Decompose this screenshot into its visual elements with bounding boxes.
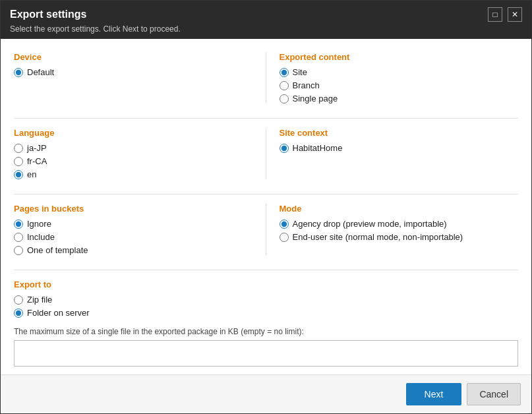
device-radio-group: Default: [14, 67, 259, 77]
mode-label-agency-drop: Agency drop (preview mode, importable): [293, 219, 447, 229]
export-to-section: Export to Zip file Folder on server: [14, 280, 518, 318]
maximize-button[interactable]: □: [488, 7, 502, 22]
mode-option-agency-drop[interactable]: Agency drop (preview mode, importable): [280, 219, 519, 229]
file-size-section: The maximum size of a single file in the…: [14, 327, 518, 367]
language-radio-en[interactable]: [14, 170, 23, 179]
pages-in-buckets-radio-group: Ignore Include One of template: [14, 219, 259, 255]
pages-in-buckets-radio-ignore[interactable]: [14, 220, 23, 229]
export-to-title: Export to: [14, 280, 518, 289]
pages-in-buckets-option-one-of-template[interactable]: One of template: [14, 245, 259, 255]
device-option-default[interactable]: Default: [14, 67, 259, 77]
export-to-option-folder-on-server[interactable]: Folder on server: [14, 308, 518, 318]
site-context-title: Site context: [280, 128, 519, 138]
language-title: Language: [14, 128, 259, 138]
exported-content-option-branch[interactable]: Branch: [280, 80, 519, 90]
mode-section: Mode Agency drop (preview mode, importab…: [266, 204, 519, 255]
language-label-ja-jp: ja-JP: [27, 143, 47, 153]
exported-content-title: Exported content: [280, 52, 519, 62]
exported-content-radio-branch[interactable]: [280, 81, 289, 90]
language-option-en[interactable]: en: [14, 169, 259, 179]
pages-in-buckets-option-ignore[interactable]: Ignore: [14, 219, 259, 229]
exported-content-label-single-page: Single page: [293, 94, 338, 104]
pages-in-buckets-title: Pages in buckets: [14, 204, 259, 214]
dialog-footer: Next Cancel: [1, 374, 531, 413]
file-size-input[interactable]: [14, 340, 518, 367]
export-settings-dialog: Export settings □ ✕ Select the export se…: [0, 0, 532, 414]
device-section: Device Default: [14, 52, 266, 104]
site-context-option-habitathome[interactable]: HabitatHome: [280, 143, 519, 153]
site-context-radio-group: HabitatHome: [280, 143, 519, 153]
language-section: Language ja-JP fr-CA en: [14, 128, 266, 179]
site-context-section: Site context HabitatHome: [266, 128, 519, 179]
pages-in-buckets-label-one-of-template: One of template: [27, 245, 88, 255]
language-option-fr-ca[interactable]: fr-CA: [14, 156, 259, 166]
site-context-label-habitathome: HabitatHome: [293, 143, 343, 153]
language-option-ja-jp[interactable]: ja-JP: [14, 143, 259, 153]
pages-in-buckets-radio-one-of-template[interactable]: [14, 246, 23, 255]
exported-content-label-branch: Branch: [293, 80, 320, 90]
divider-1: [14, 118, 518, 119]
cancel-button[interactable]: Cancel: [467, 383, 521, 405]
export-to-label-folder-on-server: Folder on server: [27, 308, 90, 318]
exported-content-radio-group: Site Branch Single page: [280, 67, 519, 104]
mode-option-end-user-site[interactable]: End-user site (normal mode, non-importab…: [280, 232, 519, 242]
title-bar: Export settings □ ✕ Select the export se…: [1, 1, 531, 39]
export-to-option-zip-file[interactable]: Zip file: [14, 295, 518, 305]
pages-in-buckets-section: Pages in buckets Ignore Include One of t…: [14, 204, 266, 255]
exported-content-radio-single-page[interactable]: [280, 94, 289, 104]
export-to-radio-folder-on-server[interactable]: [14, 309, 23, 318]
pages-in-buckets-label-include: Include: [27, 232, 55, 242]
export-to-radio-group: Zip file Folder on server: [14, 295, 518, 318]
language-label-en: en: [27, 169, 36, 179]
next-button[interactable]: Next: [406, 383, 462, 405]
dialog-title: Export settings: [10, 9, 86, 20]
pages-in-buckets-label-ignore: Ignore: [27, 219, 51, 229]
pages-in-buckets-option-include[interactable]: Include: [14, 232, 259, 242]
device-radio-default[interactable]: [14, 68, 23, 77]
divider-3: [14, 270, 518, 270]
exported-content-section: Exported content Site Branch Single page: [266, 52, 519, 104]
mode-label-end-user-site: End-user site (normal mode, non-importab…: [293, 232, 463, 242]
export-to-label-zip-file: Zip file: [27, 295, 52, 305]
export-to-radio-zip-file[interactable]: [14, 295, 23, 305]
dialog-subtitle: Select the export settings. Click Next t…: [10, 24, 522, 34]
exported-content-label-site: Site: [293, 67, 307, 77]
language-radio-group: ja-JP fr-CA en: [14, 143, 259, 179]
exported-content-radio-site[interactable]: [280, 68, 289, 77]
close-button[interactable]: ✕: [508, 7, 522, 22]
file-size-label: The maximum size of a single file in the…: [14, 327, 518, 336]
divider-2: [14, 194, 518, 194]
mode-radio-agency-drop[interactable]: [280, 220, 289, 229]
content-area: Device Default Exported content Site: [1, 39, 531, 374]
language-radio-fr-ca[interactable]: [14, 157, 23, 166]
pages-in-buckets-radio-include[interactable]: [14, 233, 23, 242]
site-context-radio-habitathome[interactable]: [280, 144, 289, 153]
exported-content-option-site[interactable]: Site: [280, 67, 519, 77]
exported-content-option-single-page[interactable]: Single page: [280, 94, 519, 104]
language-label-fr-ca: fr-CA: [27, 156, 47, 166]
device-label-default: Default: [27, 67, 54, 77]
title-controls: □ ✕: [488, 7, 522, 22]
mode-radio-group: Agency drop (preview mode, importable) E…: [280, 219, 519, 242]
mode-radio-end-user-site[interactable]: [280, 233, 289, 242]
language-radio-ja-jp[interactable]: [14, 144, 23, 153]
mode-title: Mode: [280, 204, 519, 214]
device-title: Device: [14, 52, 259, 62]
